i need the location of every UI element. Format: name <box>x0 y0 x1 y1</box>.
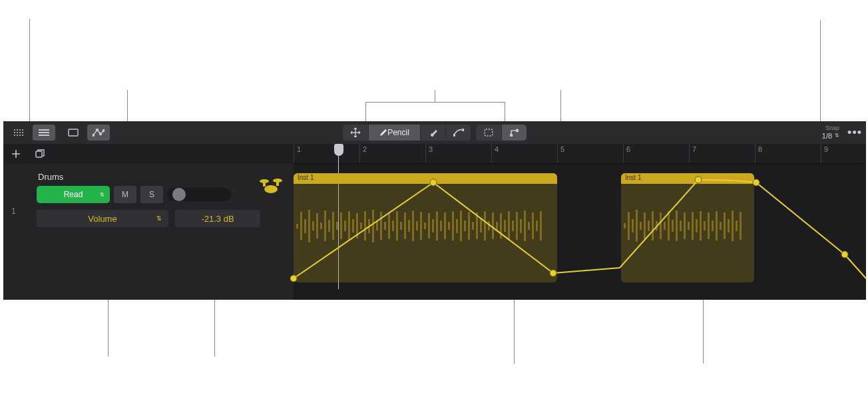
duplicate-track-icon[interactable] <box>33 146 47 162</box>
callout-line <box>820 20 821 123</box>
svg-point-24 <box>516 129 518 131</box>
snap-selector[interactable]: Snap 1/8⇅ <box>822 125 839 140</box>
add-track-icon[interactable] <box>9 146 23 162</box>
app-window: Pencil Snap 1/8⇅ <box>3 121 866 300</box>
callout-line <box>505 102 505 123</box>
svg-point-36 <box>753 179 760 186</box>
mute-button[interactable]: M <box>114 186 136 203</box>
callout-line <box>560 90 561 123</box>
callout-line <box>365 102 505 103</box>
svg-point-2 <box>19 129 21 131</box>
callout-line <box>703 297 704 364</box>
automation-curve[interactable] <box>294 173 866 282</box>
svg-point-0 <box>14 129 15 131</box>
curve-tool-icon[interactable] <box>445 125 471 141</box>
svg-point-18 <box>100 133 102 135</box>
svg-rect-30 <box>263 181 266 187</box>
svg-point-23 <box>510 134 512 136</box>
automation-value-label: -21.3 dB <box>201 214 234 224</box>
chevron-updown-icon: ⇅ <box>835 133 839 139</box>
timeline[interactable]: 1 2 3 4 5 6 7 8 9 Inst 1 <box>294 164 866 300</box>
svg-rect-14 <box>39 135 49 136</box>
svg-point-20 <box>453 135 455 137</box>
pencil-tool-button[interactable]: Pencil <box>368 125 420 141</box>
svg-point-16 <box>93 135 94 137</box>
automation-value[interactable]: -21.3 dB <box>175 210 260 227</box>
svg-point-32 <box>290 275 297 282</box>
track-index: 1 <box>11 206 16 216</box>
snap-label: Snap <box>822 125 839 132</box>
svg-point-4 <box>14 132 15 133</box>
ruler-bar: 7 <box>689 144 699 163</box>
edit-tool-segmented: Pencil <box>343 125 471 141</box>
snap-value: 1/8 <box>822 132 832 140</box>
svg-rect-31 <box>276 181 279 186</box>
track-name[interactable]: Drums <box>38 172 286 182</box>
svg-rect-22 <box>485 129 493 136</box>
drumkit-icon <box>258 176 284 197</box>
svg-point-6 <box>19 132 21 133</box>
svg-point-29 <box>264 185 278 193</box>
automation-mode-button[interactable]: Read ⇅ <box>37 186 110 203</box>
svg-point-19 <box>103 130 105 132</box>
list-icon[interactable] <box>33 125 55 141</box>
ruler-bar: 1 <box>294 144 304 163</box>
grid-icon[interactable] <box>7 125 30 141</box>
svg-rect-15 <box>69 129 78 136</box>
svg-point-17 <box>97 129 99 131</box>
track-header: Drums 1 Read ⇅ M S Volume ⇅ <box>3 164 294 300</box>
trim-tool-icon[interactable] <box>501 125 527 141</box>
automation-parameter-select[interactable]: Volume ⇅ <box>37 210 168 227</box>
svg-point-21 <box>462 129 463 131</box>
brush-tool-icon[interactable] <box>420 125 445 141</box>
ruler[interactable]: 1 2 3 4 5 6 7 8 9 <box>294 144 866 164</box>
svg-rect-25 <box>36 151 42 157</box>
ruler-bar: 5 <box>557 144 567 163</box>
secondary-tool-segmented <box>476 125 527 141</box>
slider-thumb[interactable] <box>172 188 186 201</box>
marquee-tool-icon[interactable] <box>476 125 501 141</box>
solo-button[interactable]: S <box>140 186 163 203</box>
pencil-tool-label: Pencil <box>387 128 409 137</box>
ruler-bar: 6 <box>623 144 633 163</box>
svg-rect-12 <box>39 129 49 131</box>
svg-rect-13 <box>39 132 49 133</box>
ruler-bar: 3 <box>425 144 435 163</box>
automation-view-icon[interactable] <box>87 125 110 141</box>
svg-point-8 <box>14 135 15 136</box>
volume-slider[interactable] <box>167 188 231 201</box>
svg-point-3 <box>22 129 23 131</box>
callout-line <box>365 102 366 123</box>
ruler-bar: 8 <box>755 144 765 163</box>
automation-mode-label: Read <box>64 190 83 199</box>
toolbar: Pencil Snap 1/8⇅ <box>3 121 866 144</box>
ruler-bar: 4 <box>491 144 501 163</box>
svg-point-33 <box>430 179 437 186</box>
ruler-bar: 9 <box>821 144 831 163</box>
svg-point-10 <box>19 135 21 136</box>
svg-point-34 <box>550 270 556 276</box>
svg-point-9 <box>17 135 18 136</box>
move-tool-icon[interactable] <box>343 125 368 141</box>
svg-point-11 <box>22 135 23 136</box>
chevron-updown-icon: ⇅ <box>156 215 162 222</box>
region-icon[interactable] <box>62 125 85 141</box>
chevron-updown-icon: ⇅ <box>100 192 105 198</box>
automation-parameter-label: Volume <box>88 214 116 224</box>
svg-point-1 <box>17 129 18 131</box>
svg-point-35 <box>695 177 702 183</box>
callout-line <box>435 90 435 102</box>
more-icon[interactable]: ••• <box>847 129 862 136</box>
callout-line <box>514 297 515 364</box>
svg-point-37 <box>841 251 848 258</box>
svg-point-5 <box>17 132 18 133</box>
svg-point-7 <box>22 132 23 133</box>
callout-line <box>127 90 128 123</box>
ruler-bar: 2 <box>359 144 369 163</box>
